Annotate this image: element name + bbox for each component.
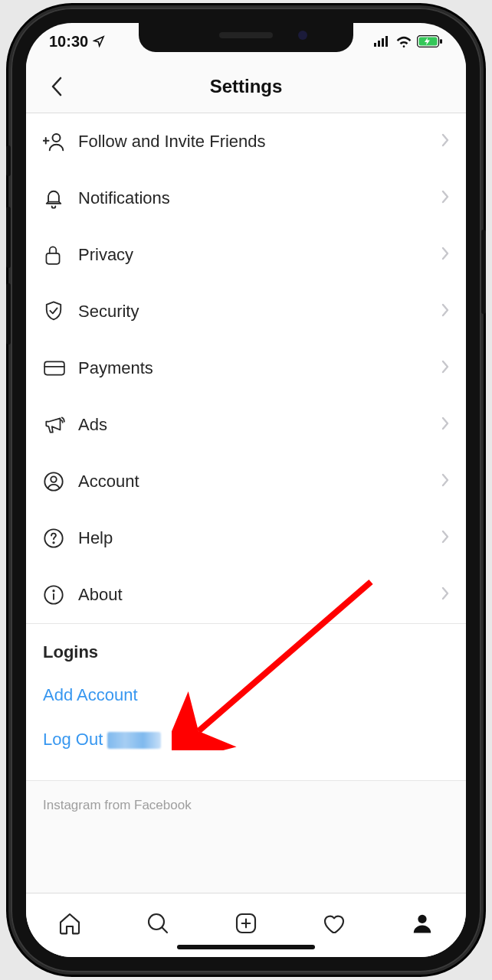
- profile-icon: [411, 912, 434, 935]
- search-icon: [146, 911, 170, 936]
- nav-bar: Settings: [26, 60, 466, 113]
- chevron-right-icon: [441, 473, 449, 490]
- wifi-icon: [395, 35, 412, 47]
- profile-tab[interactable]: [399, 904, 445, 942]
- list-item-label: Ads: [78, 415, 441, 435]
- list-item-label: Privacy: [78, 245, 441, 265]
- list-item-label: About: [78, 585, 441, 605]
- log-out-link[interactable]: Log Out: [43, 730, 449, 750]
- redacted-username: [107, 732, 161, 749]
- svg-rect-1: [378, 41, 380, 47]
- chevron-right-icon: [441, 303, 449, 320]
- chevron-right-icon: [441, 247, 449, 263]
- svg-point-19: [53, 590, 54, 591]
- tab-bar: [26, 893, 466, 957]
- svg-point-14: [51, 476, 56, 482]
- logins-section: Logins Add Account Log Out: [26, 623, 466, 780]
- list-item-label: Security: [78, 302, 441, 322]
- chevron-right-icon: [441, 586, 449, 603]
- chevron-right-icon: [441, 360, 449, 377]
- home-icon: [57, 911, 82, 936]
- list-item-account[interactable]: Account: [26, 453, 466, 510]
- list-item-label: Account: [78, 472, 441, 492]
- page-title: Settings: [210, 76, 283, 97]
- svg-rect-11: [44, 361, 64, 374]
- list-item-help[interactable]: Help: [26, 510, 466, 567]
- cellular-icon: [374, 36, 391, 47]
- list-item-about[interactable]: About: [26, 567, 466, 623]
- chevron-right-icon: [441, 190, 449, 207]
- plus-square-icon: [234, 911, 258, 936]
- home-indicator: [177, 945, 315, 949]
- activity-tab[interactable]: [311, 904, 357, 942]
- svg-point-7: [53, 134, 61, 142]
- shield-icon: [43, 300, 78, 323]
- account-icon: [43, 471, 78, 492]
- svg-point-16: [53, 542, 54, 543]
- list-item-notifications[interactable]: Notifications: [26, 170, 466, 227]
- svg-rect-10: [46, 253, 59, 264]
- chevron-right-icon: [441, 530, 449, 547]
- help-icon: [43, 528, 78, 549]
- list-item-ads[interactable]: Ads: [26, 397, 466, 453]
- back-button[interactable]: [41, 60, 72, 113]
- svg-rect-3: [385, 36, 388, 47]
- battery-icon: [417, 35, 443, 47]
- list-item-label: Notifications: [78, 188, 441, 208]
- search-tab[interactable]: [135, 904, 181, 942]
- chevron-left-icon: [51, 76, 63, 97]
- svg-point-26: [418, 915, 426, 923]
- list-item-label: Follow and Invite Friends: [78, 132, 441, 152]
- device-notch: [139, 23, 353, 52]
- heart-icon: [322, 911, 346, 936]
- list-item-payments[interactable]: Payments: [26, 340, 466, 397]
- footer-note: Instagram from Facebook: [26, 780, 466, 874]
- location-icon: [93, 35, 105, 47]
- status-time: 10:30: [49, 33, 88, 51]
- info-icon: [43, 584, 78, 606]
- svg-line-22: [162, 927, 168, 933]
- add-account-link[interactable]: Add Account: [43, 685, 449, 705]
- list-item-security[interactable]: Security: [26, 283, 466, 340]
- log-out-label: Log Out: [43, 730, 103, 749]
- megaphone-icon: [43, 414, 78, 436]
- svg-rect-6: [440, 39, 442, 44]
- list-item-label: Help: [78, 528, 441, 548]
- logins-heading: Logins: [43, 642, 449, 662]
- svg-rect-2: [382, 38, 384, 47]
- bell-icon: [43, 187, 78, 210]
- chevron-right-icon: [441, 133, 449, 150]
- chevron-right-icon: [441, 416, 449, 433]
- card-icon: [43, 359, 78, 377]
- add-friend-icon: [43, 130, 78, 153]
- list-item-privacy[interactable]: Privacy: [26, 227, 466, 283]
- lock-icon: [43, 243, 78, 266]
- list-item-follow-invite[interactable]: Follow and Invite Friends: [26, 113, 466, 170]
- svg-rect-0: [374, 43, 376, 47]
- settings-content: Follow and Invite Friends Notifications …: [26, 113, 466, 893]
- list-item-label: Payments: [78, 358, 441, 378]
- home-tab[interactable]: [47, 904, 93, 942]
- new-post-tab[interactable]: [223, 904, 269, 942]
